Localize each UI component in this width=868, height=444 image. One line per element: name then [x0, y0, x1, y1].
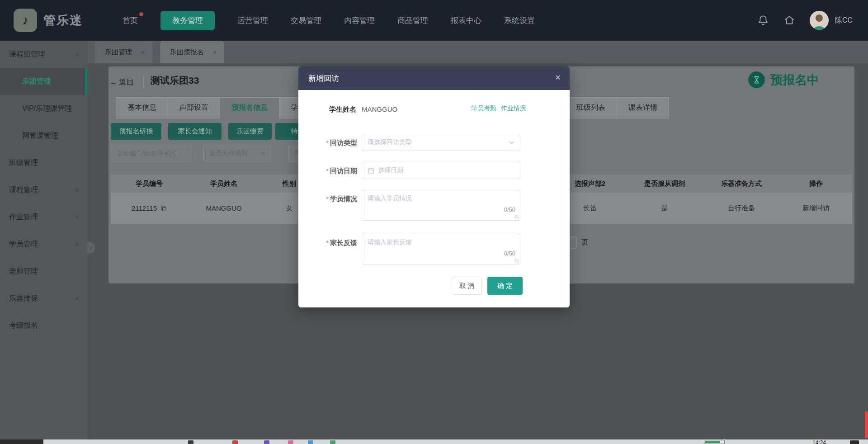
music-note-icon: ♪	[22, 13, 28, 28]
calendar-icon	[368, 167, 374, 174]
taskbar-icon[interactable]	[308, 440, 313, 444]
visit-date-input[interactable]: 选择日期	[362, 162, 520, 179]
chevron-left-icon: ‹	[90, 244, 92, 251]
hourglass-icon	[748, 71, 765, 88]
homework-link[interactable]: 作业情况	[501, 104, 526, 113]
modal-header: 新增回访	[298, 66, 570, 90]
taskbar-icon[interactable]	[188, 440, 193, 444]
sidebar-group-course-management[interactable]: 课程管理∨	[0, 176, 87, 203]
modal-title: 新增回访	[308, 73, 339, 84]
visit-date-label: *回访日期	[304, 167, 357, 175]
orchestra-payment-button[interactable]: 乐团缴费	[228, 123, 272, 140]
tab-section-setup[interactable]: 声部设置	[168, 97, 220, 118]
student-status-textarea[interactable]	[362, 190, 520, 220]
resize-handle-icon[interactable]	[515, 215, 519, 219]
add-followup-link[interactable]: 新增回访	[780, 204, 852, 213]
detail-tabs-right: 长 班级列表 课表详情	[558, 97, 669, 118]
parent-feedback-field: 0/50	[362, 234, 520, 265]
preregistration-link-button[interactable]: 预报名链接	[111, 123, 161, 140]
sidebar-group-student-management[interactable]: 学员管理∨	[0, 231, 87, 258]
taskbar-start-area[interactable]	[0, 439, 43, 444]
close-icon[interactable]: ×	[141, 48, 145, 56]
visit-type-label: *回访类型	[304, 139, 357, 147]
active-indicator-bar	[85, 68, 87, 95]
os-taskbar: 14:24	[0, 439, 868, 444]
tab-preregistration-info[interactable]: 预报名信息	[220, 97, 279, 118]
confirm-button[interactable]: 确 定	[487, 277, 523, 295]
sidebar-collapse-handle[interactable]: ‹	[87, 242, 95, 254]
close-icon[interactable]: ×	[213, 48, 217, 56]
taskbar-icon[interactable]	[330, 440, 335, 444]
nav-item-home[interactable]: 首页	[123, 15, 138, 26]
visit-type-select[interactable]: 请选择回访类型	[362, 134, 520, 151]
back-button[interactable]: ← 返回	[110, 78, 133, 87]
page-title: 测试乐团33	[151, 74, 199, 87]
char-counter: 0/50	[504, 250, 515, 257]
student-name-label: 学生姓名	[329, 105, 356, 114]
chevron-down-icon: ∨	[75, 203, 79, 231]
back-arrow-icon: ←	[110, 78, 117, 86]
prepare-mode-cell: 自行准备	[703, 204, 780, 213]
chevron-down-icon	[260, 151, 265, 156]
tab-class-list[interactable]: 班级列表	[565, 97, 617, 118]
nav-item-operations[interactable]: 运营管理	[237, 15, 268, 26]
user-avatar[interactable]	[810, 11, 829, 30]
taskbar-icon[interactable]	[850, 440, 859, 444]
tab-orchestra-preregistration[interactable]: 乐团预报名×	[160, 41, 224, 63]
cancel-button[interactable]: 取 消	[452, 277, 482, 295]
sidebar-group-instrument-maintenance[interactable]: 乐器维保∨	[0, 285, 87, 312]
close-icon[interactable]: ×	[555, 73, 561, 82]
resize-handle-icon[interactable]	[515, 259, 519, 263]
taskbar-icon[interactable]	[264, 440, 269, 444]
obey-adjust-cell: 是	[626, 204, 703, 213]
nav-item-settings[interactable]: 系统设置	[504, 15, 535, 26]
notification-dot	[139, 12, 143, 16]
copy-icon[interactable]	[160, 205, 167, 212]
sidebar-item-vip-theory[interactable]: VIP/乐理课管理	[0, 95, 87, 122]
tab-orchestra-management[interactable]: 乐团管理×	[95, 41, 152, 63]
chevron-down-icon: ∨	[75, 285, 79, 312]
user-name[interactable]: 陈CC	[835, 16, 853, 25]
nav-item-content[interactable]: 内容管理	[344, 15, 375, 26]
char-counter: 0/50	[504, 206, 515, 213]
nav-item-academic[interactable]: 教务管理	[160, 11, 215, 30]
chevron-up-icon: ∧	[75, 41, 79, 68]
sidebar-item-teacher-management[interactable]: 老师管理	[0, 258, 87, 285]
tab-basic-info[interactable]: 基本信息	[116, 97, 168, 118]
parent-meeting-notice-button[interactable]: 家长会通知	[168, 123, 222, 140]
allow-adjustment-select[interactable]: 是否允许调剂	[203, 145, 271, 161]
taskbar-icon[interactable]	[232, 440, 238, 444]
student-search-input[interactable]	[111, 145, 192, 161]
parent-feedback-textarea[interactable]	[362, 234, 520, 264]
page-tab-strip: 乐团管理× 乐团预报名×	[87, 41, 868, 63]
sidebar-item-class-management[interactable]: 班级管理	[0, 149, 87, 176]
sidebar-item-exam-registration[interactable]: 考级报名	[0, 312, 87, 339]
main-menu: 首页 教务管理 运营管理 交易管理 内容管理 商品管理 报表中心 系统设置	[123, 11, 535, 30]
parent-feedback-label: *家长反馈	[304, 239, 357, 247]
attendance-link[interactable]: 学员考勤	[471, 104, 496, 113]
student-id-cell: 2112115	[111, 204, 188, 212]
sidebar-item-orchestra-management[interactable]: 乐团管理	[0, 68, 87, 95]
student-status-label: *学员情况	[304, 195, 357, 203]
home-icon[interactable]	[783, 14, 795, 26]
tab-timetable-detail[interactable]: 课表详情	[617, 97, 669, 118]
sidebar-item-online-course[interactable]: 网管课管理	[0, 122, 87, 149]
header-divider	[143, 76, 144, 88]
scrollbar-thumb[interactable]	[865, 411, 868, 438]
nav-item-products[interactable]: 商品管理	[397, 15, 428, 26]
chevron-down-icon: ∨	[75, 231, 79, 258]
sidebar-group-course-groups[interactable]: 课程组管理 ∧	[0, 41, 87, 68]
student-status-field: 0/50	[362, 190, 520, 221]
sidebar-group-homework-management[interactable]: 作业管理∨	[0, 203, 87, 231]
status-badge: 预报名中	[748, 71, 819, 88]
top-navbar: ♪ 管乐迷 首页 教务管理 运营管理 交易管理 内容管理 商品管理 报表中心 系…	[0, 0, 868, 41]
sidebar: 课程组管理 ∧ 乐团管理 VIP/乐理课管理 网管课管理 班级管理 课程管理∨ …	[0, 41, 87, 444]
bell-icon[interactable]	[757, 14, 769, 26]
chevron-down-icon: ∨	[75, 176, 79, 203]
nav-item-reports[interactable]: 报表中心	[451, 15, 481, 26]
app-logo-icon: ♪	[14, 9, 37, 32]
chevron-down-icon	[509, 140, 514, 146]
student-name-value: MANGGUO	[362, 105, 397, 113]
taskbar-icon[interactable]	[288, 440, 293, 444]
nav-item-transactions[interactable]: 交易管理	[291, 15, 321, 26]
